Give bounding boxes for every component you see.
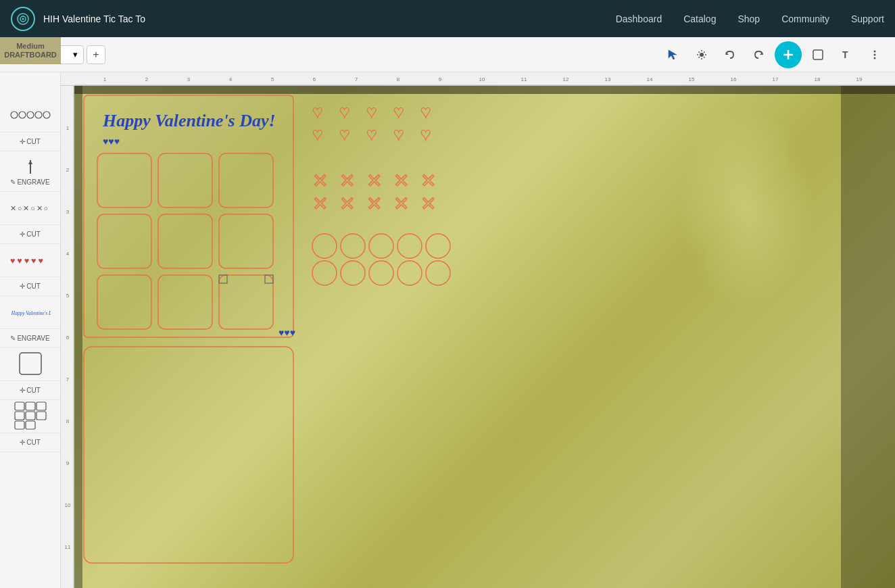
sidebar-item-grid-preview[interactable] [0,400,60,433]
svg-text:✕: ✕ [339,170,355,191]
svg-rect-31 [15,421,24,429]
redo-button[interactable] [746,43,771,67]
svg-text:19: 19 [856,76,863,82]
svg-point-104 [426,234,450,258]
sidebar-item-engrave-line[interactable]: ✎ ENGRAVE [0,151,60,192]
nav-catalog[interactable]: Catalog [683,14,716,24]
svg-text:8: 8 [66,418,70,424]
svg-text:6: 6 [313,76,316,82]
svg-point-2 [22,18,24,20]
sidebar-item-circles[interactable] [0,99,60,132]
svg-text:♥: ♥ [312,124,322,144]
svg-rect-78 [265,275,273,283]
xoxo-icon: ✕○✕○✕○ [10,197,51,218]
svg-text:15: 15 [689,76,695,82]
svg-point-16 [27,112,34,118]
svg-text:✕: ✕ [312,193,328,214]
svg-text:10: 10 [65,502,71,508]
svg-rect-110 [84,347,293,563]
canvas-area[interactable]: 1 2 3 4 5 6 7 8 9 10 11 12 13 14 15 16 1 [61,72,895,588]
top-navigation: HIH Valentine Tic Tac To Dashboard Catal… [0,0,895,37]
svg-point-106 [341,261,365,285]
cut3-label: ✛ CUT [20,283,41,290]
sidebar-item-cut2[interactable]: ✛ CUT [0,225,60,244]
svg-point-13 [874,57,876,59]
svg-text:11: 11 [521,76,527,82]
nav-links: Dashboard Catalog Shop Community Support [616,14,884,24]
svg-text:♥: ♥ [339,124,349,144]
cut5-label: ✛ CUT [20,439,41,446]
sidebar-item-cut3[interactable]: ✛ CUT [0,277,60,296]
svg-rect-32 [26,421,35,429]
sidebar-item-cut1[interactable]: ✛ CUT [0,132,60,151]
nav-community[interactable]: Community [781,14,829,24]
svg-rect-71 [97,214,151,268]
svg-text:Happy Valentine's Day!: Happy Valentine's Day! [10,310,50,316]
svg-text:♥♥♥: ♥♥♥ [279,328,295,338]
svg-point-108 [397,261,422,285]
svg-text:♥: ♥ [312,101,322,122]
rect-preview-icon [10,353,51,374]
svg-text:4: 4 [66,251,70,257]
svg-text:13: 13 [605,76,611,82]
svg-text:♥: ♥ [420,124,431,144]
svg-rect-69 [158,153,212,207]
engrave-line-icon [10,157,51,177]
sidebar-item-hearts[interactable]: ♥♥♥♥♥ [0,244,60,277]
svg-text:1: 1 [103,76,107,82]
svg-text:6: 6 [66,335,70,341]
cut2-label: ✛ CUT [20,230,41,238]
app-logo[interactable] [11,7,35,31]
svg-text:4: 4 [229,76,233,82]
more-options-button[interactable] [863,43,887,67]
svg-rect-65 [84,95,293,337]
svg-text:✕: ✕ [366,193,382,214]
svg-text:✕: ✕ [393,193,409,214]
sidebar-item-engrave2[interactable]: ✎ ENGRAVE [0,329,60,348]
svg-text:✕: ✕ [420,170,436,191]
sidebar-item-cut4[interactable]: ✛ CUT [0,381,60,400]
circles-icon [10,105,51,125]
svg-text:✕: ✕ [339,193,355,214]
svg-text:18: 18 [815,76,821,82]
project-title: HIH Valentine Tic Tac To [43,14,616,24]
engrave1-label: ✎ ENGRAVE [10,178,49,186]
svg-text:14: 14 [647,76,653,82]
svg-point-100 [312,234,337,258]
svg-rect-29 [26,412,35,420]
svg-point-11 [874,50,876,52]
svg-point-18 [43,112,50,118]
nav-support[interactable]: Support [851,14,884,24]
sidebar-item-cut5[interactable]: ✛ CUT [0,433,60,452]
sidebar-item-xoxo[interactable]: ✕○✕○✕○ [0,192,60,225]
sidebar-item-rect-preview[interactable] [0,348,60,381]
undo-button[interactable] [718,43,742,67]
svg-rect-30 [37,412,46,420]
canvas-material: Happy Valentine's Day! ♥♥♥ [74,86,895,588]
svg-text:T: T [842,49,848,60]
shapes-button[interactable] [806,43,830,67]
svg-rect-26 [26,402,35,410]
zoom-in-button[interactable]: + [87,45,105,64]
add-button[interactable] [775,41,802,68]
svg-rect-27 [37,402,46,410]
nav-dashboard[interactable]: Dashboard [616,14,662,24]
sidebar-item-text-preview[interactable]: Happy Valentine's Day! [0,296,60,329]
svg-point-12 [874,53,876,55]
pan-tool-button[interactable] [690,43,714,67]
toolbar-tools: T [661,41,887,68]
engrave2-label: ✎ ENGRAVE [10,335,49,342]
svg-rect-28 [15,412,24,420]
svg-rect-73 [219,214,273,268]
svg-text:11: 11 [65,544,71,550]
ruler-left-svg: 1 2 3 4 5 6 7 8 9 10 11 [61,86,74,588]
select-tool-button[interactable] [661,43,685,67]
svg-text:♥♥♥♥♥: ♥♥♥♥♥ [10,256,45,266]
svg-rect-70 [219,153,273,207]
svg-text:3: 3 [187,76,191,82]
text-button[interactable]: T [834,43,858,67]
nav-shop[interactable]: Shop [737,14,760,24]
svg-text:♥: ♥ [366,101,377,122]
svg-text:✕: ✕ [420,193,436,214]
svg-text:12: 12 [563,76,569,82]
